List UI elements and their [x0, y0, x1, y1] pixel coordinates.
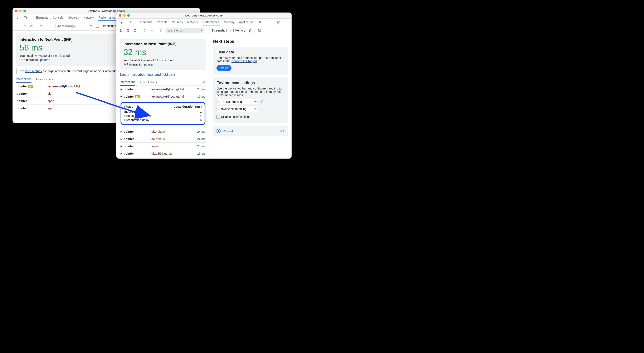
devtools-window-2: DevTools - www.google.com/ Elements Cons… — [116, 13, 292, 159]
gc-icon[interactable] — [248, 28, 252, 33]
tab-elements[interactable]: Elements — [140, 19, 152, 25]
tab-network[interactable]: Network — [83, 15, 94, 21]
svg-rect-2 — [26, 17, 27, 18]
perf-main: Interaction to Next Paint (INP) 32 ms Yo… — [116, 35, 210, 159]
field-data-card: Field data See how your local metrics co… — [213, 47, 288, 75]
upload-icon[interactable] — [142, 28, 147, 33]
inspect-icon[interactable] — [15, 15, 20, 20]
home-icon[interactable] — [159, 28, 164, 33]
phase-breakdown: PhaseLocal duration (ms) Input delay1Pro… — [120, 102, 206, 125]
interaction-row[interactable]: pointer span 24 ms — [120, 143, 206, 150]
svg-point-10 — [278, 22, 279, 23]
memory-checkbox[interactable]: Memory — [230, 29, 246, 32]
inp-interaction-link[interactable]: pointer — [144, 63, 153, 66]
recordings-select[interactable]: (no recordings) — [56, 24, 94, 28]
network-throttle-select[interactable]: Network: No throttling — [216, 106, 258, 112]
tab-console[interactable]: Console — [156, 19, 168, 25]
more-tabs-icon[interactable] — [258, 20, 262, 25]
inp-value: 32 ms — [124, 48, 202, 57]
interaction-row[interactable]: pointerINP textarea#APjFqcb.gLFyf 32 ms — [120, 93, 206, 100]
subtabs: Interactions Layout shifts — [120, 79, 206, 86]
local-metrics-link[interactable]: local metrics — [25, 70, 42, 73]
inp-interaction: INP interaction pointer — [124, 63, 202, 66]
kebab-icon[interactable] — [284, 20, 289, 25]
svg-point-4 — [16, 26, 17, 26]
tab-performance[interactable]: Performance — [98, 15, 116, 21]
subtab-layout-shifts[interactable]: Layout shifts — [140, 79, 157, 86]
record-radio-icon — [216, 129, 221, 133]
svg-point-11 — [286, 21, 287, 21]
subtab-layout-shifts[interactable]: Layout shifts — [36, 76, 53, 83]
setup-button[interactable]: Set up — [216, 65, 232, 71]
settings-icon[interactable] — [257, 28, 262, 33]
tab-sources[interactable]: Sources — [68, 15, 79, 21]
titlebar: DevTools - www.google.com/ — [116, 13, 292, 19]
interaction-row[interactable]: pointer textarea#APjFqcb.gLFyf 24 ms — [120, 86, 206, 93]
inp-title: Interaction to Next Paint (INP) — [124, 42, 202, 46]
tab-memory[interactable]: Memory — [224, 19, 235, 25]
svg-rect-9 — [130, 22, 131, 23]
record-label: Record — [223, 129, 233, 133]
settings-icon[interactable] — [276, 20, 281, 25]
learn-more-link[interactable]: Learn more about local and field data — [120, 73, 175, 76]
tab-elements[interactable]: Elements — [36, 15, 48, 21]
next-steps-title: Next steps — [213, 39, 288, 44]
device-toolbar-icon[interactable] — [127, 20, 132, 25]
cpu-throttle-select[interactable]: CPU: No throttling — [216, 99, 258, 105]
inspect-icon[interactable] — [119, 20, 124, 25]
download-icon[interactable] — [150, 28, 154, 33]
screenshots-checkbox[interactable]: Screenshots — [96, 24, 117, 28]
interaction-row[interactable]: pointer div.hob1lc 24 ms — [120, 128, 206, 135]
subtab-interactions[interactable]: Interactions — [120, 79, 135, 86]
svg-rect-8 — [128, 21, 130, 23]
window-title: DevTools - www.google.com/ — [12, 10, 200, 13]
inp-interaction-link[interactable]: pointer — [40, 58, 50, 62]
tab-network[interactable]: Network — [187, 19, 198, 25]
env-settings-card: Environment settings Use the device tool… — [213, 77, 288, 123]
svg-rect-1 — [24, 17, 26, 18]
env-title: Environment settings — [216, 81, 285, 85]
crux-link[interactable]: Chrome UX Report — [232, 60, 257, 63]
device-toolbar-link[interactable]: device toolbar — [228, 87, 246, 90]
device-toolbar-icon[interactable] — [23, 15, 28, 20]
interaction-row[interactable]: pointer div.hob1lc 24 ms — [120, 135, 206, 143]
clear-icon[interactable] — [133, 28, 137, 33]
record-card[interactable]: Record ⌘ E — [213, 126, 288, 136]
panel-tabs: Elements Console Sources Network Perform… — [116, 19, 292, 26]
svg-point-13 — [286, 23, 287, 23]
info-icon[interactable] — [260, 100, 265, 104]
subtab-interactions[interactable]: Interactions — [16, 76, 32, 83]
svg-point-15 — [120, 30, 121, 31]
env-text: Use the device toolbar and configure thr… — [216, 87, 285, 97]
reload-icon[interactable] — [126, 28, 130, 33]
record-icon[interactable] — [14, 24, 19, 28]
screenshots-checkbox[interactable]: Screenshots — [207, 29, 228, 32]
field-data-text: See how your local metrics compare to re… — [216, 56, 285, 63]
tab-application[interactable]: Application — [238, 19, 254, 25]
interactions-table: pointer textarea#APjFqcb.gLFyf 24 ms poi… — [120, 86, 206, 157]
reload-icon[interactable] — [22, 24, 26, 28]
tab-console[interactable]: Console — [52, 15, 64, 21]
clear-icon[interactable] — [29, 24, 33, 28]
upload-icon[interactable] — [38, 24, 43, 28]
inp-sentence: Your local INP value of 32 ms is good. — [124, 59, 202, 62]
record-icon[interactable] — [118, 28, 123, 33]
inp-card: Interaction to Next Paint (INP) 32 ms Yo… — [120, 39, 206, 70]
disable-cache-checkbox[interactable]: Disable network cache — [216, 115, 250, 119]
field-data-title: Field data — [216, 50, 285, 55]
interaction-row[interactable]: pointer div.o3j99.qarstb 16 ms — [120, 150, 206, 157]
live-metrics-select[interactable]: Live metrics — [166, 28, 204, 33]
svg-point-17 — [259, 30, 260, 31]
next-steps-sidebar: Next steps Field data See how your local… — [210, 35, 292, 159]
tab-sources[interactable]: Sources — [172, 19, 183, 25]
window-title: DevTools - www.google.com/ — [116, 14, 292, 17]
svg-point-12 — [286, 22, 287, 22]
perf-toolbar: Live metrics Screenshots Memory — [116, 26, 292, 35]
record-shortcut: ⌘ E — [280, 130, 285, 133]
tab-performance[interactable]: Performance — [202, 19, 220, 26]
download-icon[interactable] — [46, 24, 50, 28]
clear-list-icon[interactable] — [202, 80, 206, 85]
